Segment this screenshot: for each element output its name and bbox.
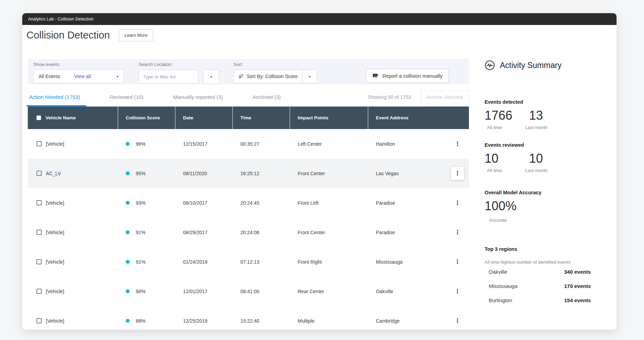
time-cell-text: 00:35:27 xyxy=(240,141,259,147)
vehicle-name-cell: [Vehicle] xyxy=(28,306,118,330)
show-events-value: All Events xyxy=(39,74,60,79)
model-accuracy-label: Overall Model Accuracy xyxy=(485,190,591,195)
tab-manually-reported[interactable]: Manually reported (3) xyxy=(172,87,224,107)
score-dot xyxy=(126,171,130,175)
date-cell-text: 12/25/2019 xyxy=(183,318,207,324)
kebab-icon: ⋮ xyxy=(455,170,461,177)
app-window: Analytics Lab - Collision Detection Coll… xyxy=(22,13,617,330)
impact-points-cell: Front Left xyxy=(290,188,368,218)
row-checkbox[interactable] xyxy=(36,171,42,176)
vehicle-name-cell: [Vehicle] xyxy=(28,277,118,306)
column-header-collision-score: Collision Score xyxy=(118,107,175,129)
report-collision-button[interactable]: Report a collision manually xyxy=(366,69,449,83)
table-row: [Vehicle]91%01/24/201907:12:13Front Righ… xyxy=(28,247,469,277)
event-address-cell-text: Hamilton xyxy=(376,141,395,147)
region-name: Mississauga xyxy=(489,283,518,289)
kebab-icon: ⋮ xyxy=(455,140,461,147)
top-regions-caption: All time highest number of identified ev… xyxy=(485,260,591,265)
select-all-checkbox[interactable] xyxy=(36,116,41,120)
kebab-icon: ⋮ xyxy=(455,199,461,206)
search-location-input[interactable] xyxy=(139,70,198,84)
row-checkbox[interactable] xyxy=(36,259,42,264)
region-row-mississauga: Mississauga170 events xyxy=(485,283,591,289)
row-menu-button[interactable]: ⋮ xyxy=(451,137,464,151)
impact-points-cell-text: Front Center xyxy=(298,230,325,235)
events-reviewed-last-month: 10 xyxy=(529,151,543,166)
column-header-label: Vehicle Name xyxy=(46,115,76,120)
activity-summary-header: Activity Summary xyxy=(485,60,591,71)
show-events-group: Show events: All Events View all ▾ xyxy=(33,62,124,83)
last-month-caption: Last month xyxy=(525,168,547,173)
caret-down-icon: ▾ xyxy=(309,75,311,78)
top-regions-label: Top 3 regions xyxy=(485,246,591,252)
row-menu-button[interactable]: ⋮ xyxy=(451,226,464,239)
show-events-label: Show events: xyxy=(33,62,124,67)
row-checkbox[interactable] xyxy=(36,289,42,294)
vehicle-name-cell: [Vehicle] xyxy=(28,129,118,159)
event-address-cell-text: Paradise xyxy=(376,230,395,235)
sort-dropdown-button[interactable]: ▾ xyxy=(303,69,317,83)
column-header-impact-points: Impact Points xyxy=(290,107,368,129)
collision-score-cell-text: 95% xyxy=(136,171,146,176)
row-menu-button[interactable]: ⋮ xyxy=(451,285,464,298)
last-month-caption: Last month xyxy=(525,125,547,130)
column-header-label: Event Address xyxy=(376,115,408,120)
learn-more-button[interactable]: Learn More xyxy=(119,29,153,41)
row-menu-button[interactable]: ⋮ xyxy=(451,196,464,210)
row-menu-button[interactable]: ⋮ xyxy=(451,255,464,269)
column-header-date: Date xyxy=(175,107,233,129)
date-cell: 08/10/2017 xyxy=(175,188,233,218)
date-cell: 08/29/2017 xyxy=(175,218,233,247)
table-row: [Vehicle]96%12/15/201700:35:27Left Cente… xyxy=(28,129,469,159)
show-events-dropdown[interactable]: All Events View all ▾ xyxy=(33,69,124,83)
model-accuracy-caption: Accurate xyxy=(489,218,591,223)
row-menu-button[interactable]: ⋮ xyxy=(451,167,464,180)
region-row-oakville: Oakville340 events xyxy=(485,269,591,275)
events-reviewed-all-time: 10 xyxy=(485,151,529,166)
date-cell-text: 08/29/2017 xyxy=(183,230,207,235)
kebab-icon: ⋮ xyxy=(455,229,461,236)
row-checkbox[interactable] xyxy=(36,141,42,146)
column-header-label: Impact Points xyxy=(298,115,329,120)
search-location-dropdown-button[interactable]: ▾ xyxy=(203,69,219,84)
row-checkbox[interactable] xyxy=(36,200,42,205)
event-address-cell-text: Mississauga xyxy=(376,259,403,265)
date-cell: 12/01/2017 xyxy=(175,277,233,306)
archive-selected-button[interactable]: Archive Selected xyxy=(421,90,469,104)
date-cell: 01/24/2019 xyxy=(175,247,233,277)
column-header-event-address: Event Address xyxy=(368,107,469,129)
date-cell: 12/15/2017 xyxy=(175,129,233,159)
tab-archived[interactable]: Archived (3) xyxy=(251,87,282,107)
view-all-link[interactable]: View all xyxy=(74,74,91,79)
time-cell-text: 07:12:13 xyxy=(240,259,259,265)
kebab-icon: ⋮ xyxy=(455,288,461,295)
all-time-caption: All time xyxy=(487,168,525,173)
table-row: [Vehicle]93%08/10/201720:24:45Front Left… xyxy=(28,188,469,218)
all-time-caption: All time xyxy=(487,125,525,130)
vehicle-name-cell-text: [Vehicle] xyxy=(46,200,64,206)
tab-action-needed[interactable]: Action Needed (1753) xyxy=(28,87,81,107)
table-row: [Vehicle]91%08/29/201720:24:06Front Cent… xyxy=(28,218,469,247)
row-menu-button[interactable]: ⋮ xyxy=(451,314,464,328)
impact-points-cell-text: Front Right xyxy=(298,259,322,265)
collision-score-cell: 88% xyxy=(118,306,175,330)
collision-score-cell-text: 88% xyxy=(136,318,146,324)
activity-summary-title: Activity Summary xyxy=(500,61,562,70)
date-cell: 12/25/2019 xyxy=(175,306,233,330)
time-cell-text: 08:41:00 xyxy=(240,289,259,294)
search-location-label: Search Location: xyxy=(139,62,219,67)
date-cell: 08/11/2020 xyxy=(175,159,233,188)
caret-down-icon: ▾ xyxy=(117,75,118,78)
score-dot xyxy=(126,142,130,146)
activity-summary-panel: Activity Summary Events detected 1766 13… xyxy=(485,55,591,312)
row-checkbox[interactable] xyxy=(36,230,42,235)
impact-points-cell-text: Rear Center xyxy=(298,289,324,294)
events-detected-label: Events detected xyxy=(485,99,591,105)
collision-score-cell-text: 90% xyxy=(136,289,146,294)
tab-reviewed[interactable]: Reviewed (10) xyxy=(108,87,145,107)
tabs-bar: Action Needed (1753)Reviewed (10)Manuall… xyxy=(28,87,469,107)
sort-by-button[interactable]: Sort By: Collision Score xyxy=(233,69,303,83)
row-checkbox[interactable] xyxy=(36,318,42,323)
impact-points-cell-text: Front Left xyxy=(298,200,319,206)
time-cell-text: 20:24:45 xyxy=(240,200,259,206)
